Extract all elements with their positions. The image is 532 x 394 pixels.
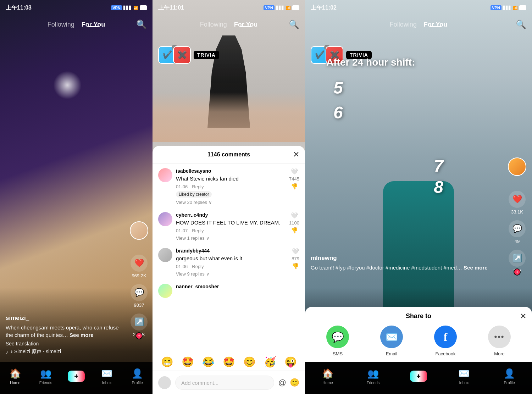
nav-inbox-3[interactable]: ✉️ Inbox [453,368,475,385]
music-row-1: ♪ ♪ Simeizi 原声 - simeizi [6,349,124,355]
nav-following-1[interactable]: Following [48,21,74,28]
text-overlay-3: After 24 hour shift: [326,57,461,68]
view-replies-2[interactable]: View 1 replies ∨ [176,235,286,241]
trivia-label-2: TRIVIA [194,51,219,59]
comment-actions-3: 🤍 879 👎 [292,248,299,277]
share-title: Share to [406,312,431,320]
nav-home[interactable]: 🏠 Home [5,368,26,385]
comment-icon-1: 💬 [131,284,148,301]
comment-reply-2[interactable]: Reply [192,228,204,233]
share-close-button[interactable]: ✕ [520,312,526,321]
nav-friends[interactable]: 👥 Friends [35,368,56,385]
nav-foryou-3-wrapper[interactable]: For You [424,21,447,28]
comment-input[interactable]: Add comment... [175,376,274,390]
add-button[interactable]: + [68,371,85,382]
nav-profile[interactable]: 👤 Profile [127,368,148,385]
emoji-picker-icon[interactable]: 🙂 [290,378,299,387]
emoji-starstruck[interactable]: 🤩 [182,356,194,368]
dislike-icon-1[interactable]: 👎 [291,183,298,190]
nav-home-3[interactable]: 🏠 Home [317,368,338,385]
avatar-button-3[interactable]: + [508,157,526,176]
nav-add-3[interactable]: + [408,371,429,382]
top-nav-1: Following For You 🔍 [0,16,153,33]
vpn-badge-1: VPN [111,5,122,10]
comment-body-4: nanner_smoosher [176,284,299,298]
nav-inbox[interactable]: ✉️ Inbox [96,368,117,385]
dress-display [153,21,305,142]
vpn-badge-3: VPN [491,5,501,10]
dislike-icon-2[interactable]: 👎 [291,227,298,234]
share-more[interactable]: ••• More [488,326,511,356]
video-desc-1: When cheongsam meets opera, who can refu… [6,324,124,339]
like-count-1: 969.2K [132,273,146,278]
dislike-icon-3[interactable]: 👎 [292,263,299,270]
like-button-1[interactable]: ❤️ 969.2K [131,255,148,278]
share-facebook[interactable]: f Facebook [434,326,457,356]
emoji-surprised[interactable]: 🤩 [223,356,235,368]
comment-username-4[interactable]: nanner_smoosher [176,284,299,289]
like-button-3[interactable]: ❤️ 33.1K [509,191,526,215]
search-icon-2[interactable]: 🔍 [289,20,299,29]
at-icon[interactable]: @ [278,378,286,387]
emoji-wink[interactable]: 😜 [284,356,297,368]
comment-username-1[interactable]: isabellesaysno [176,168,286,174]
like-icon-3[interactable]: 🤍 [292,248,299,255]
profile-icon-3: 👤 [504,368,515,379]
view-replies-1[interactable]: View 20 replies ∨ [176,200,286,205]
more-label: More [494,351,505,356]
like-icon-1[interactable]: 🤍 [291,168,298,175]
nav-foryou-3[interactable]: For You [424,21,447,28]
comments-overlay: 1146 comments ✕ isabellesaysno What Stev… [153,146,305,394]
search-icon-1[interactable]: 🔍 [136,20,147,29]
comment-button-3[interactable]: 💬 49 [509,220,526,244]
emoji-smile[interactable]: 😊 [243,356,256,368]
friends-label-3: Friends [367,381,380,385]
comment-meta-3: 01-06 Reply [176,264,288,269]
panel-1: 上午11:03 VPN ▋▋▋ 📶 75 Following For You 🔍 [0,0,153,394]
nav-foryou-1[interactable]: For You [82,21,105,28]
comment-username-3[interactable]: brandybby444 [176,248,288,254]
nav-friends-3[interactable]: 👥 Friends [362,368,384,385]
top-nav-3: Following For You 🔍 [305,16,532,33]
comment-reply-3[interactable]: Reply [192,264,204,269]
chevron-icon-3: ∨ [206,271,210,277]
view-replies-3[interactable]: View 9 replies ∨ [176,271,288,277]
nav-profile-3[interactable]: 👤 Profile [499,368,520,385]
inbox-icon: ✉️ [101,368,112,379]
add-button-3[interactable]: + [410,371,427,382]
nav-following-2[interactable]: Following [200,21,227,28]
emoji-rofl[interactable]: 😂 [202,356,215,368]
status-time-1: 上午11:03 [6,4,32,12]
wifi-icon-1: 📶 [133,6,138,10]
share-sms[interactable]: 💬 SMS [326,326,349,356]
top-nav-2: Following For You 🔍 [153,16,305,33]
see-more-3[interactable]: See more [464,265,488,271]
nav-foryou-2-wrapper[interactable]: For You [234,21,257,28]
see-more-1[interactable]: See more [70,332,94,338]
comment-icon-3: 💬 [509,220,526,237]
trivia-x-card: ✖️ [173,46,191,64]
signal-icon-1: ▋▋▋ [123,6,132,10]
emoji-party[interactable]: 🥳 [264,356,276,368]
share-email[interactable]: ✉️ Email [380,326,403,356]
nav-following-3[interactable]: Following [390,21,417,28]
avatar-button-1[interactable]: + [130,221,148,240]
username-3[interactable]: mlnewng [311,255,504,262]
comment-reply-1[interactable]: Reply [192,184,204,189]
comment-button-1[interactable]: 💬 9037 [131,284,148,308]
username-1[interactable]: simeizi_ [6,315,124,322]
see-translation-1[interactable]: See translation [6,341,124,346]
like-icon-2[interactable]: 🤍 [291,212,298,219]
emoji-grin[interactable]: 😁 [161,356,173,368]
comment-username-2[interactable]: cyberr..c4ndy [176,212,286,218]
inbox-label-3: Inbox [459,381,469,385]
battery-1: 75 [140,5,147,10]
comment-meta-1: 01-06 Reply [176,184,286,189]
comments-close-button[interactable]: ✕ [293,150,299,159]
nav-foryou-2[interactable]: For You [234,21,257,28]
search-icon-3[interactable]: 🔍 [516,20,526,29]
trivia-badge-2[interactable]: ✔️ ✕ ✖️ TRIVIA [158,46,219,64]
creator-avatar-3 [508,157,526,176]
profile-label-3: Profile [504,381,515,385]
nav-add[interactable]: + [66,371,87,382]
